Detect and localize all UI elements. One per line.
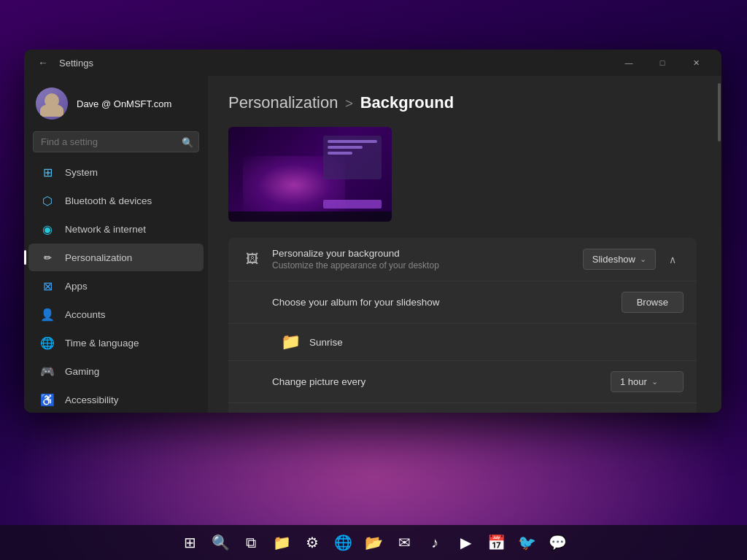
change-picture-text: Change picture every: [241, 376, 611, 387]
preview-line-2: [328, 146, 363, 149]
nav-label-accessibility: Accessibility: [65, 394, 119, 405]
personalize-icon: 🖼: [241, 249, 263, 271]
nav-icon-network: ◉: [40, 222, 55, 236]
personalize-control: Slideshow ⌄ ∧: [583, 249, 684, 271]
breadcrumb: Personalization > Background: [228, 93, 697, 112]
avatar: [36, 88, 68, 120]
nav-label-accounts: Accounts: [65, 309, 106, 320]
choose-album-text: Choose your album for your slideshow: [241, 297, 622, 308]
user-name: Dave @ OnMSFT.com: [77, 98, 171, 109]
sidebar-item-personalization[interactable]: ✏ Personalization: [28, 244, 204, 271]
folder-name: Sunrise: [309, 337, 343, 348]
shuffle-row: Shuffle the picture order On: [228, 403, 697, 413]
taskbar-taskview[interactable]: ⧉: [238, 529, 264, 556]
title-bar: ← Settings — □ ✕: [24, 50, 721, 76]
taskbar-start[interactable]: ⊞: [177, 529, 203, 556]
minimize-button[interactable]: —: [612, 51, 646, 74]
title-bar-left: ← Settings: [33, 52, 93, 73]
back-button[interactable]: ←: [33, 52, 53, 73]
sidebar-item-accounts[interactable]: 👤 Accounts: [28, 300, 204, 328]
avatar-image: [36, 88, 68, 120]
nav-icon-gaming: 🎮: [40, 364, 55, 378]
maximize-button[interactable]: □: [646, 51, 679, 74]
personalize-label: Personalize your background: [272, 248, 583, 259]
settings-window: ← Settings — □ ✕ Dave @ OnMSFT.com 🔍: [24, 50, 721, 413]
search-input[interactable]: [33, 131, 199, 152]
preview-window: [323, 136, 382, 179]
page-title: Background: [360, 93, 454, 112]
search-box: 🔍: [33, 131, 199, 152]
taskbar-settings[interactable]: ⚙: [299, 529, 325, 556]
folder-row[interactable]: 📁 Sunrise: [228, 324, 697, 361]
content-area: Dave @ OnMSFT.com 🔍 ⊞ System ⬡ Bluetooth…: [24, 76, 721, 413]
sidebar-item-gaming[interactable]: 🎮 Gaming: [28, 357, 204, 385]
scrollbar-thumb[interactable]: [718, 83, 721, 141]
personalize-background-row: 🖼 Personalize your background Customize …: [228, 238, 697, 281]
nav-label-apps: Apps: [65, 281, 88, 292]
change-picture-label: Change picture every: [272, 376, 611, 387]
change-picture-row: Change picture every 1 hour ⌄: [228, 361, 697, 403]
collapse-icon: ∧: [669, 254, 676, 265]
preview-line-1: [328, 140, 377, 143]
browse-button[interactable]: Browse: [622, 292, 684, 313]
settings-panel: 🖼 Personalize your background Customize …: [228, 238, 697, 413]
nav-icon-time: 🌐: [40, 335, 55, 350]
choose-album-control: Browse: [622, 292, 684, 313]
sidebar-item-apps[interactable]: ⊠ Apps: [28, 272, 204, 300]
change-picture-dropdown[interactable]: 1 hour ⌄: [611, 371, 684, 392]
sidebar-item-accessibility[interactable]: ♿ Accessibility: [28, 386, 204, 413]
sidebar-item-system[interactable]: ⊞ System: [28, 158, 204, 186]
choose-album-row: Choose your album for your slideshow Bro…: [228, 281, 697, 324]
sidebar-item-time[interactable]: 🌐 Time & language: [28, 329, 204, 357]
sidebar: Dave @ OnMSFT.com 🔍 ⊞ System ⬡ Bluetooth…: [24, 76, 208, 413]
personalize-sub: Customize the appearance of your desktop: [272, 260, 583, 271]
nav-icon-system: ⊞: [40, 165, 55, 179]
preview-purple-block: [323, 200, 382, 209]
taskbar-calendar[interactable]: 📅: [483, 529, 509, 556]
personalize-dropdown[interactable]: Slideshow ⌄: [583, 249, 656, 270]
nav-label-time: Time & language: [65, 338, 139, 349]
nav-icon-personalization: ✏: [40, 250, 55, 265]
nav-icon-accounts: 👤: [40, 307, 55, 322]
scrollbar-track[interactable]: [717, 76, 721, 413]
nav-list: ⊞ System ⬡ Bluetooth & devices ◉ Network…: [24, 158, 208, 413]
preview-line-3: [328, 152, 352, 155]
nav-label-network: Network & internet: [65, 224, 146, 235]
change-picture-value: 1 hour: [620, 376, 647, 387]
taskbar-explorer[interactable]: 📁: [268, 529, 295, 556]
nav-label-system: System: [65, 167, 98, 178]
taskbar-play[interactable]: ▶: [452, 529, 479, 556]
nav-label-gaming: Gaming: [65, 366, 99, 377]
wallpaper-preview: [228, 127, 392, 222]
user-profile[interactable]: Dave @ OnMSFT.com: [24, 82, 208, 131]
taskbar: ⊞ 🔍 ⧉ 📁 ⚙ 🌐 📂 ✉ ♪ ▶ 📅 🐦 💬: [0, 525, 747, 560]
nav-icon-apps: ⊠: [40, 279, 55, 293]
nav-label-personalization: Personalization: [65, 252, 132, 263]
taskbar-search[interactable]: 🔍: [207, 529, 233, 556]
change-picture-control: 1 hour ⌄: [611, 371, 684, 392]
breadcrumb-parent: Personalization: [228, 93, 338, 112]
choose-album-label: Choose your album for your slideshow: [272, 297, 622, 308]
personalize-text: Personalize your background Customize th…: [272, 248, 583, 271]
window-controls: — □ ✕: [612, 51, 713, 74]
sidebar-item-network[interactable]: ◉ Network & internet: [28, 215, 204, 243]
personalize-dropdown-value: Slideshow: [592, 254, 635, 265]
taskbar-twitter[interactable]: 🐦: [514, 529, 540, 556]
nav-icon-accessibility: ♿: [40, 392, 55, 407]
main-content: Personalization > Background 🖼: [208, 76, 717, 413]
change-picture-chevron: ⌄: [651, 377, 658, 386]
nav-icon-bluetooth: ⬡: [40, 193, 55, 208]
taskbar-teams[interactable]: 💬: [544, 529, 570, 556]
taskbar-edge[interactable]: 🌐: [330, 529, 356, 556]
taskbar-files[interactable]: 📂: [360, 529, 387, 556]
sidebar-item-bluetooth[interactable]: ⬡ Bluetooth & devices: [28, 187, 204, 214]
breadcrumb-separator: >: [345, 96, 353, 111]
taskbar-spotify[interactable]: ♪: [422, 529, 448, 556]
collapse-button[interactable]: ∧: [662, 249, 684, 271]
nav-label-bluetooth: Bluetooth & devices: [65, 195, 152, 206]
preview-taskbar: [228, 211, 392, 222]
search-icon: 🔍: [182, 136, 193, 147]
close-button[interactable]: ✕: [679, 51, 713, 74]
taskbar-mail[interactable]: ✉: [391, 529, 417, 556]
folder-icon: 📁: [281, 332, 301, 351]
